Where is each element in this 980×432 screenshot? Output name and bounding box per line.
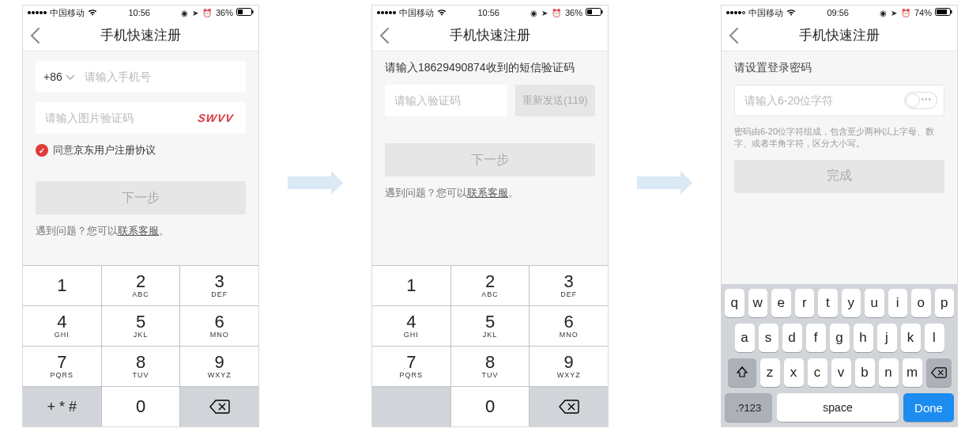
captcha-image[interactable]: SWVV	[192, 109, 239, 127]
nav-bar: 手机快速注册	[23, 20, 258, 51]
keypad-key-4[interactable]: 4GHI	[372, 306, 451, 346]
phone-screen-step3: 中国移动 09:56 ◉ ➤ ⏰ 74% 手机快速注册 请设置登录密码	[721, 5, 958, 427]
help-hint: 遇到问题？您可以联系客服。	[36, 224, 246, 238]
keypad-key-delete[interactable]	[180, 387, 258, 426]
captcha-input[interactable]	[43, 102, 186, 134]
help-link[interactable]: 联系客服	[467, 187, 508, 199]
agree-link[interactable]: 京东用户注册协议	[74, 144, 156, 156]
keyboard-key-t[interactable]: t	[818, 289, 838, 317]
qwerty-row-2: asdfghjkl	[725, 324, 954, 352]
keypad-key-2[interactable]: 2ABC	[451, 266, 530, 305]
keyboard-mode-key[interactable]: .?123	[725, 393, 772, 422]
status-bar: 中国移动 10:56 ◉ ➤ ⏰ 36%	[23, 6, 258, 20]
keyboard-key-n[interactable]: n	[879, 358, 899, 387]
keyboard-key-l[interactable]: l	[925, 324, 944, 352]
keypad-key-0[interactable]: 0	[102, 387, 181, 426]
next-button[interactable]: 下一步	[36, 181, 246, 214]
flow-arrow-icon	[288, 171, 343, 195]
numeric-keypad: 1 2ABC 3DEF 4GHI 5JKL 6MNO 7PQRS 8TUV 9W…	[23, 265, 258, 426]
keyboard-key-w[interactable]: w	[748, 289, 768, 317]
keyboard-key-g[interactable]: g	[830, 324, 850, 352]
form-step1: +86 SWVV ✓ 同意京东用户注册协议 下一步 遇到问题？	[23, 51, 258, 265]
keyboard-key-f[interactable]: f	[806, 324, 826, 352]
keyboard-key-e[interactable]: e	[771, 289, 791, 317]
back-button[interactable]	[29, 20, 40, 51]
phone-input[interactable]	[83, 61, 238, 93]
signal-dots	[28, 11, 47, 14]
keyboard-shift-key[interactable]	[728, 358, 756, 387]
password-field[interactable]: •••	[734, 85, 944, 116]
keypad-key-3[interactable]: 3DEF	[530, 266, 608, 305]
sms-code-input[interactable]	[393, 85, 534, 116]
password-visibility-toggle[interactable]: •••	[904, 92, 937, 109]
captcha-field[interactable]: SWVV	[36, 102, 246, 134]
password-input[interactable]	[743, 93, 904, 108]
keypad-key-8[interactable]: 8TUV	[451, 347, 530, 386]
keyboard-key-k[interactable]: k	[901, 324, 921, 352]
keypad-key-8[interactable]: 8TUV	[102, 347, 181, 386]
page-title: 手机快速注册	[799, 26, 880, 44]
back-button[interactable]	[379, 20, 390, 51]
chevron-left-icon	[29, 27, 40, 44]
keyboard-key-u[interactable]: u	[865, 289, 884, 317]
keyboard-key-h[interactable]: h	[854, 324, 873, 352]
agree-row[interactable]: ✓ 同意京东用户注册协议	[36, 143, 246, 157]
shift-icon	[736, 366, 748, 379]
keypad-key-symbols[interactable]: + * #	[23, 387, 102, 426]
keyboard-key-y[interactable]: y	[842, 289, 861, 317]
keypad-key-1[interactable]: 1	[23, 266, 102, 305]
keyboard-key-s[interactable]: s	[759, 324, 778, 352]
chevron-down-icon	[66, 70, 75, 83]
resend-button[interactable]: 重新发送(119)	[515, 85, 595, 116]
keypad-key-9[interactable]: 9WXYZ	[180, 347, 258, 386]
svg-rect-8	[951, 10, 952, 13]
keypad-key-2[interactable]: 2ABC	[102, 266, 181, 305]
sms-hint-text: 请输入18629490874收到的短信验证码	[385, 61, 595, 75]
qwerty-keyboard: qwertyuiop asdfghjkl zxcvbnm .?123 space…	[722, 284, 957, 426]
keypad-key-9[interactable]: 9WXYZ	[530, 347, 608, 386]
keyboard-key-i[interactable]: i	[888, 289, 908, 317]
country-code-picker[interactable]: +86	[43, 70, 75, 83]
keyboard-delete-key[interactable]	[926, 358, 952, 387]
phone-field[interactable]: +86	[36, 61, 246, 93]
keypad-key-6[interactable]: 6MNO	[530, 306, 608, 346]
keypad-key-5[interactable]: 5JKL	[102, 306, 181, 346]
keyboard-key-r[interactable]: r	[795, 289, 815, 317]
keyboard-key-z[interactable]: z	[760, 358, 780, 387]
keyboard-done-key[interactable]: Done	[903, 393, 954, 422]
keyboard-key-c[interactable]: c	[808, 358, 827, 387]
keypad-key-0[interactable]: 0	[451, 387, 530, 426]
keypad-key-6[interactable]: 6MNO	[180, 306, 258, 346]
form-step3: 请设置登录密码 ••• 密码由6-20位字符组成，包含至少两种以上字母、数字、或…	[722, 51, 957, 284]
back-button[interactable]	[728, 20, 739, 51]
keypad-key-4[interactable]: 4GHI	[23, 306, 102, 346]
svg-rect-0	[237, 9, 252, 16]
agree-checkbox-checked-icon[interactable]: ✓	[36, 144, 48, 157]
carrier-label: 中国移动	[399, 7, 434, 19]
keypad-key-3[interactable]: 3DEF	[180, 266, 258, 305]
keyboard-key-x[interactable]: x	[784, 358, 804, 387]
keypad-key-5[interactable]: 5JKL	[451, 306, 530, 346]
help-link[interactable]: 联系客服	[118, 225, 159, 237]
status-bar: 中国移动 09:56 ◉ ➤ ⏰ 74%	[722, 6, 957, 20]
keyboard-key-o[interactable]: o	[911, 289, 931, 317]
keyboard-key-b[interactable]: b	[855, 358, 875, 387]
sms-code-field[interactable]	[385, 85, 507, 116]
keypad-key-7[interactable]: 7PQRS	[372, 347, 451, 386]
next-button[interactable]: 下一步	[385, 143, 595, 176]
keypad-key-7[interactable]: 7PQRS	[23, 347, 102, 386]
keyboard-key-j[interactable]: j	[877, 324, 897, 352]
keyboard-key-a[interactable]: a	[735, 324, 755, 352]
keyboard-key-v[interactable]: v	[831, 358, 851, 387]
clock-label: 09:56	[827, 8, 849, 17]
keyboard-key-d[interactable]: d	[782, 324, 802, 352]
keyboard-key-p[interactable]: p	[935, 289, 955, 317]
password-label: 请设置登录密码	[734, 61, 944, 75]
keyboard-key-m[interactable]: m	[903, 358, 922, 387]
keypad-key-delete[interactable]	[530, 387, 608, 426]
keyboard-space-key[interactable]: space	[777, 393, 899, 422]
keyboard-key-q[interactable]: q	[725, 289, 744, 317]
wifi-icon	[786, 8, 796, 17]
finish-button[interactable]: 完成	[734, 160, 944, 193]
keypad-key-1[interactable]: 1	[372, 266, 451, 305]
